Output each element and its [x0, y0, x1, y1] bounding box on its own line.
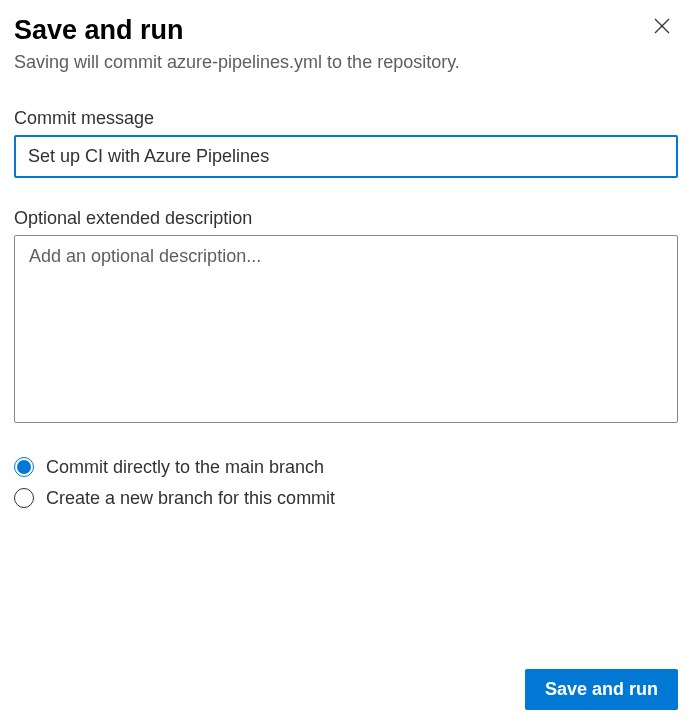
radio-label: Commit directly to the main branch: [46, 457, 324, 478]
extended-description-label: Optional extended description: [14, 208, 678, 229]
radio-commit-direct[interactable]: Commit directly to the main branch: [14, 457, 678, 478]
commit-message-input[interactable]: [14, 135, 678, 178]
radio-circle-icon: [14, 488, 34, 508]
radio-create-branch[interactable]: Create a new branch for this commit: [14, 488, 678, 509]
dialog-title: Save and run: [14, 14, 184, 46]
extended-description-input[interactable]: [14, 235, 678, 423]
close-icon[interactable]: [654, 14, 678, 38]
radio-label: Create a new branch for this commit: [46, 488, 335, 509]
save-and-run-button[interactable]: Save and run: [525, 669, 678, 710]
dialog-subtitle: Saving will commit azure-pipelines.yml t…: [14, 50, 678, 75]
radio-circle-icon: [14, 457, 34, 477]
branch-radio-group: Commit directly to the main branch Creat…: [14, 457, 678, 509]
commit-message-label: Commit message: [14, 108, 678, 129]
